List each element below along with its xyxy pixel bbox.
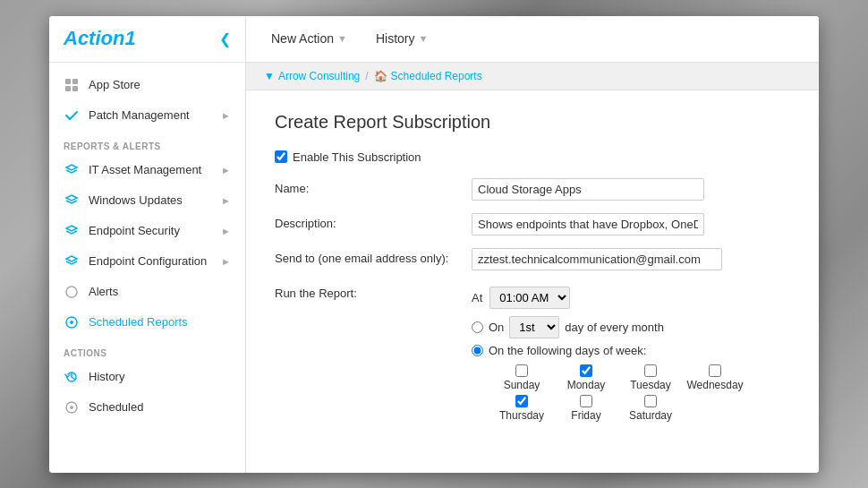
days-row-1: Sunday Monday Tuesday <box>489 364 790 391</box>
day-label-saturday: Saturday <box>629 409 672 422</box>
sidebar-item-windows-updates[interactable]: Windows Updates ► <box>49 185 245 216</box>
breadcrumb-org[interactable]: ▼ Arrow Consulting <box>264 70 360 82</box>
history-icon <box>64 369 80 385</box>
at-label: At <box>472 291 482 304</box>
layers-icon <box>64 223 80 239</box>
app-window: Action1 ❮ App Store <box>49 16 819 473</box>
chevron-down-icon: ▼ <box>264 70 275 82</box>
svg-marker-5 <box>66 195 77 201</box>
day-of-month-select[interactable]: 1st 2nd 3rd <box>509 316 559 338</box>
sidebar-item-label: App Store <box>89 78 231 91</box>
alert-icon <box>64 284 80 300</box>
day-checkbox-thursday[interactable] <box>515 395 528 407</box>
svg-rect-2 <box>65 86 71 91</box>
send-to-control: zztest.technicalcommunication@gmail.com <box>472 248 790 270</box>
day-label-friday: Friday <box>571 409 600 422</box>
sidebar-item-label: Endpoint Security <box>89 224 212 237</box>
sidebar-collapse-icon[interactable]: ❮ <box>219 30 231 47</box>
layers-icon <box>64 193 80 209</box>
scheduled-icon <box>64 314 80 330</box>
on-following-label[interactable]: On the following days of week: <box>489 344 646 357</box>
send-to-label: Send to (one email address only): <box>275 248 472 265</box>
day-checkbox-friday[interactable] <box>580 395 592 407</box>
day-checkbox-tuesday[interactable] <box>644 364 657 377</box>
weekly-radio-row: On the following days of week: <box>472 344 790 357</box>
section-reports-label: REPORTS & ALERTS <box>49 131 245 155</box>
sidebar-item-history[interactable]: History <box>49 362 245 392</box>
logo-text: Action1 <box>64 27 136 50</box>
section-actions-label: ACTIONS <box>49 338 245 362</box>
chevron-right-icon: ► <box>221 165 231 176</box>
name-control: Cloud Storage Apps <box>472 178 790 201</box>
day-checkbox-sunday[interactable] <box>515 364 528 377</box>
chevron-right-icon: ► <box>221 195 231 206</box>
sidebar-item-endpoint-config[interactable]: Endpoint Configuration ► <box>49 246 245 277</box>
svg-point-10 <box>70 321 73 324</box>
sidebar-item-it-asset[interactable]: IT Asset Management ► <box>49 155 245 185</box>
day-cell-monday: Monday <box>554 364 618 391</box>
send-to-row: Send to (one email address only): zztest… <box>275 248 790 270</box>
org-name: Arrow Consulting <box>278 70 360 82</box>
schedule-at: At 01:00 AM 12:00 AM 02:00 AM <box>472 287 790 309</box>
sidebar-item-label: Endpoint Configuration <box>89 254 212 268</box>
sidebar-item-patch-management[interactable]: Patch Management ► <box>49 100 245 131</box>
sidebar-item-app-store[interactable]: App Store <box>49 70 245 100</box>
description-label: Description: <box>275 213 472 230</box>
svg-marker-4 <box>66 165 77 170</box>
days-grid: Sunday Monday Tuesday <box>489 364 790 422</box>
sidebar-logo: Action1 ❮ <box>49 16 245 63</box>
clock-icon <box>64 399 80 415</box>
sidebar-item-endpoint-security[interactable]: Endpoint Security ► <box>49 216 245 246</box>
day-label-tuesday: Tuesday <box>630 379 671 391</box>
sidebar: Action1 ❮ App Store <box>49 16 246 473</box>
monthly-radio[interactable] <box>472 321 483 333</box>
sidebar-item-alerts[interactable]: Alerts <box>49 277 245 307</box>
day-checkbox-saturday[interactable] <box>644 395 657 407</box>
history-label: History <box>376 31 415 46</box>
chevron-right-icon: ► <box>221 226 231 236</box>
day-cell-saturday: Saturday <box>618 395 683 422</box>
time-select[interactable]: 01:00 AM 12:00 AM 02:00 AM <box>489 287 570 309</box>
on-label[interactable]: On <box>489 321 504 334</box>
send-to-input[interactable]: zztest.technicalcommunication@gmail.com <box>472 248 722 270</box>
new-action-button[interactable]: New Action ▼ <box>260 26 358 51</box>
run-report-label: Run the Report: <box>275 283 472 300</box>
breadcrumb-page[interactable]: 🏠 Scheduled Reports <box>374 70 482 82</box>
breadcrumb-separator: / <box>365 70 368 82</box>
sidebar-item-scheduled[interactable]: Scheduled <box>49 392 245 423</box>
topbar: New Action ▼ History ▼ <box>246 16 819 63</box>
breadcrumb: ▼ Arrow Consulting / 🏠 Scheduled Reports <box>246 63 819 90</box>
home-icon: 🏠 <box>374 70 387 82</box>
day-checkbox-monday[interactable] <box>580 364 592 377</box>
description-input[interactable]: Shows endpoints that have Dropbox, OneDr <box>472 213 704 235</box>
sidebar-nav: App Store Patch Management ► REPORTS & A… <box>49 63 245 473</box>
day-label-sunday: Sunday <box>504 379 540 391</box>
sidebar-item-label: Alerts <box>89 285 231 298</box>
day-cell-friday: Friday <box>554 395 618 422</box>
history-button[interactable]: History ▼ <box>365 26 438 51</box>
patch-icon <box>64 107 80 124</box>
name-label: Name: <box>275 178 472 195</box>
day-cell-wednesday: Wednesday <box>683 364 747 391</box>
day-cell-tuesday: Tuesday <box>618 364 683 391</box>
name-input[interactable]: Cloud Storage Apps <box>472 178 704 201</box>
name-row: Name: Cloud Storage Apps <box>275 178 790 201</box>
svg-point-8 <box>66 287 77 297</box>
sidebar-item-label: Windows Updates <box>89 193 212 207</box>
chevron-right-icon: ► <box>221 256 231 267</box>
sidebar-item-label: IT Asset Management <box>89 163 212 176</box>
sidebar-item-label: Scheduled <box>89 400 231 414</box>
enable-checkbox[interactable] <box>275 150 287 163</box>
description-control: Shows endpoints that have Dropbox, OneDr <box>472 213 790 235</box>
day-of-month-suffix: day of every month <box>565 321 664 334</box>
day-checkbox-wednesday[interactable] <box>709 364 721 377</box>
background: Action1 ❮ App Store <box>0 0 868 488</box>
svg-rect-0 <box>65 79 71 84</box>
weekly-radio[interactable] <box>472 345 483 356</box>
sidebar-item-label: Scheduled Reports <box>89 315 231 329</box>
page-name: Scheduled Reports <box>391 70 482 82</box>
sidebar-item-scheduled-reports[interactable]: Scheduled Reports <box>49 307 245 338</box>
enable-label[interactable]: Enable This Subscription <box>293 150 421 164</box>
svg-rect-1 <box>72 79 78 84</box>
day-cell-thursday: Thursday <box>489 395 554 422</box>
